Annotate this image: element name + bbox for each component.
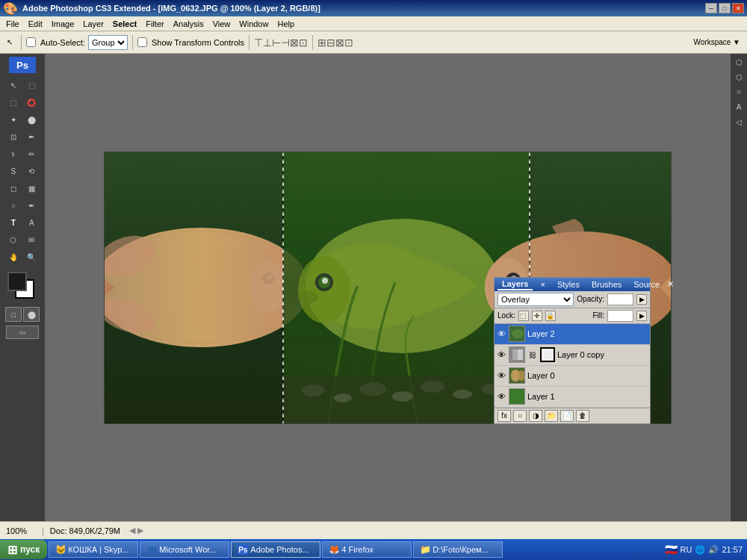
workspace-btn[interactable]: Workspace ▼: [689, 37, 744, 48]
doc-info: Doc: 849,0K/2,79M: [50, 526, 120, 535]
brush-tool[interactable]: ✏: [23, 146, 41, 162]
opacity-expand-btn[interactable]: ▶: [636, 294, 647, 305]
tool-row-4: ⊡ ✒: [4, 128, 40, 145]
menu-item-edit[interactable]: Edit: [24, 19, 47, 29]
fill-input[interactable]: 100%: [607, 310, 633, 322]
layers-list: 👁 Layer 2 👁 ⛓ Layer 0: [495, 324, 650, 408]
move-tool-btn[interactable]: ↖: [3, 37, 16, 48]
svg-point-18: [359, 382, 386, 396]
window-controls[interactable]: ─ □ ✕: [705, 3, 744, 13]
panel-4-btn[interactable]: A: [732, 100, 746, 113]
layer-item-layer2[interactable]: 👁 Layer 2: [495, 324, 650, 345]
taskbar-item-firefox[interactable]: 🦊 4 Firefox: [322, 541, 412, 558]
layer-mask-btn[interactable]: ○: [513, 410, 527, 422]
menu-item-analysis[interactable]: Analysis: [169, 19, 208, 29]
panel-1-btn[interactable]: ⬡: [732, 55, 746, 69]
panel-3-btn[interactable]: ✕: [732, 85, 746, 99]
svg-point-21: [453, 390, 472, 399]
panel-close-btn[interactable]: ✕: [667, 279, 674, 289]
artboard-tool[interactable]: ⬚: [23, 77, 41, 93]
blend-mode-select[interactable]: Overlay Normal Multiply Screen: [498, 293, 574, 306]
eraser-tool[interactable]: ◻: [4, 180, 22, 196]
hand-tool[interactable]: 🤚: [4, 249, 22, 265]
menu-item-image[interactable]: Image: [47, 19, 79, 29]
show-transform-checkbox[interactable]: [137, 37, 147, 47]
system-clock: 21:57: [722, 545, 743, 554]
start-button[interactable]: ⊞ пуск: [0, 540, 47, 559]
layer-group-btn[interactable]: 📁: [545, 410, 558, 422]
shape-tool[interactable]: ⬡: [4, 231, 22, 248]
menu-item-layer[interactable]: Layer: [78, 19, 108, 29]
standard-mode-btn[interactable]: □: [5, 307, 22, 322]
move-tool[interactable]: ↖: [4, 77, 22, 93]
layer0-visibility[interactable]: 👁: [496, 370, 506, 381]
lock-all-btn[interactable]: 🔒: [545, 311, 556, 321]
healing-brush-tool[interactable]: ⚕: [4, 146, 22, 162]
tab-styles[interactable]: ×: [536, 279, 549, 290]
new-layer-btn[interactable]: 📄: [560, 410, 574, 422]
tool-row-1: ↖ ⬚: [4, 77, 40, 93]
tab-layers[interactable]: Layers: [498, 279, 533, 290]
screen-mode-btn[interactable]: ▭: [6, 326, 39, 339]
eyedropper-tool[interactable]: ✒: [23, 128, 41, 145]
layer-item-layer1[interactable]: 👁 Layer 1: [495, 387, 650, 408]
opacity-input[interactable]: 100%: [607, 293, 633, 305]
panel-2-btn[interactable]: ⬡: [732, 70, 746, 84]
restore-btn[interactable]: □: [719, 3, 731, 13]
minimize-btn[interactable]: ─: [705, 3, 717, 13]
path-selection-tool[interactable]: A: [23, 214, 41, 231]
tool-row-11: 🤚 🔍: [4, 249, 40, 265]
svg-rect-37: [518, 349, 523, 360]
quick-select-tool[interactable]: ⬤: [23, 111, 41, 128]
taskbar-item-word[interactable]: W Microsoft Wor...: [140, 541, 229, 558]
dodge-tool[interactable]: ○: [4, 197, 22, 214]
stamp-tool[interactable]: S: [4, 163, 22, 179]
fill-expand-btn[interactable]: ▶: [636, 311, 647, 321]
menu-item-view[interactable]: View: [208, 19, 235, 29]
skype-icon: 🐱: [55, 544, 66, 555]
layer-adjustment-btn[interactable]: ◑: [529, 410, 542, 422]
taskbar-item-photoshop[interactable]: Ps Adobe Photos...: [231, 541, 320, 558]
layer-item-layer0[interactable]: 👁 Layer 0: [495, 366, 650, 387]
delete-layer-btn[interactable]: 🗑: [576, 410, 589, 422]
magic-wand-tool[interactable]: ✦: [4, 111, 22, 128]
layer-item-layer0copy[interactable]: 👁 ⛓ Layer 0 copy: [495, 345, 650, 366]
zoom-tool[interactable]: 🔍: [23, 249, 41, 265]
auto-select-dropdown[interactable]: Group Layer: [88, 35, 128, 50]
layer1-visibility[interactable]: 👁: [496, 391, 506, 402]
menu-item-filter[interactable]: Filter: [141, 19, 168, 29]
tool-row-7: ◻ ▦: [4, 180, 40, 196]
tab-brushes[interactable]: Styles: [553, 279, 584, 290]
scroll-arrows[interactable]: ◀ ▶: [129, 526, 143, 535]
foreground-color[interactable]: [7, 272, 27, 291]
svg-point-19: [392, 391, 413, 402]
tool-row-6: S ⟲: [4, 163, 40, 179]
marquee-tool[interactable]: ⬚: [4, 94, 22, 111]
crop-tool[interactable]: ⊡: [4, 128, 22, 145]
menu-item-help[interactable]: Help: [273, 19, 299, 29]
taskbar-item-explorer[interactable]: 📁 D:\Foto\Крем...: [413, 541, 503, 558]
history-brush-tool[interactable]: ⟲: [23, 163, 41, 179]
layer2-visibility[interactable]: 👁: [496, 329, 506, 339]
quick-mask-btn[interactable]: ⬤: [23, 307, 40, 322]
lasso-tool[interactable]: ⭕: [23, 94, 41, 111]
taskbar-item-skype[interactable]: 🐱 КОШКА | Skyp...: [49, 541, 138, 558]
layer0copy-visibility[interactable]: 👁: [496, 349, 506, 360]
menu-item-select[interactable]: Select: [108, 19, 141, 29]
color-swatches[interactable]: [7, 272, 37, 302]
auto-select-checkbox[interactable]: [26, 37, 36, 47]
canvas-wrapper: Layers × Styles Brushes Source ✕ Overlay…: [104, 152, 672, 424]
lock-position-btn[interactable]: ✛: [532, 311, 542, 321]
lock-pixels-btn[interactable]: ⬚: [518, 311, 529, 321]
pen-tool[interactable]: ✒: [23, 197, 41, 214]
layer-fx-btn[interactable]: fx: [498, 410, 511, 422]
menu-item-file[interactable]: File: [1, 19, 24, 29]
panel-5-btn[interactable]: ◁: [732, 115, 746, 128]
tab-source[interactable]: Source: [629, 279, 664, 290]
type-tool[interactable]: T: [4, 214, 22, 231]
tab-brushes2[interactable]: Brushes: [587, 279, 626, 290]
gradient-tool[interactable]: ▦: [23, 180, 41, 196]
close-btn[interactable]: ✕: [732, 3, 744, 13]
notes-tool[interactable]: ✉: [23, 231, 41, 248]
menu-item-window[interactable]: Window: [235, 19, 273, 29]
